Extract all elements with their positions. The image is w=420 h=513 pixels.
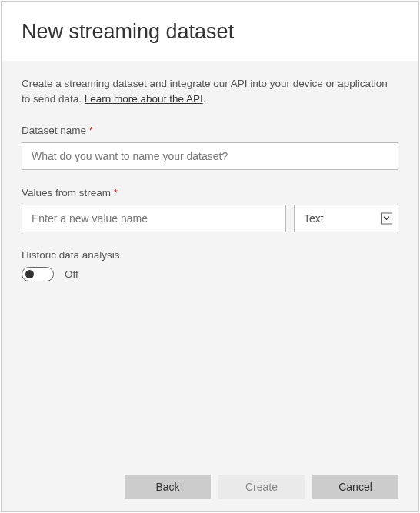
dialog-panel: New streaming dataset Create a streaming… — [1, 1, 419, 512]
value-type-select[interactable]: Text — [294, 205, 398, 232]
cancel-button[interactable]: Cancel — [312, 475, 398, 499]
historic-data-field: Historic data analysis Off — [22, 249, 398, 281]
required-asterisk: * — [114, 187, 118, 198]
value-type-selected: Text — [294, 205, 398, 232]
description-text: Create a streaming dataset and integrate… — [22, 76, 398, 108]
dialog-footer: Back Create Cancel — [2, 464, 418, 511]
values-row: Text — [22, 205, 398, 232]
dialog-content: Create a streaming dataset and integrate… — [2, 61, 418, 464]
values-from-stream-label-text: Values from stream — [22, 187, 111, 198]
historic-data-state: Off — [65, 268, 78, 280]
description-after: . — [203, 93, 206, 105]
value-name-input[interactable] — [22, 205, 286, 232]
historic-data-toggle-row: Off — [22, 267, 398, 281]
create-button[interactable]: Create — [218, 475, 305, 499]
dialog-header: New streaming dataset — [2, 2, 418, 61]
learn-more-link[interactable]: Learn more about the API — [85, 93, 203, 105]
dataset-name-label-text: Dataset name — [22, 125, 86, 136]
toggle-knob — [25, 270, 34, 278]
required-asterisk: * — [89, 125, 93, 136]
historic-data-label: Historic data analysis — [22, 249, 398, 261]
values-from-stream-label: Values from stream * — [22, 187, 398, 198]
page-title: New streaming dataset — [22, 20, 398, 44]
dataset-name-input[interactable] — [22, 142, 398, 170]
back-button[interactable]: Back — [125, 475, 211, 499]
historic-data-toggle[interactable] — [22, 267, 54, 281]
dataset-name-label: Dataset name * — [22, 125, 398, 136]
values-from-stream-field: Values from stream * Text — [22, 187, 398, 232]
dataset-name-field: Dataset name * — [22, 125, 398, 170]
